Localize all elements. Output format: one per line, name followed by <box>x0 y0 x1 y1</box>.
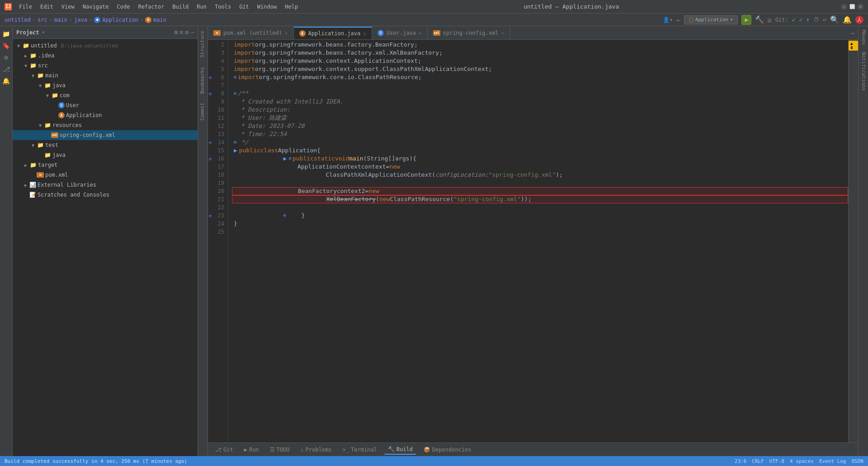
breadcrumb-src[interactable]: src <box>38 17 47 23</box>
cursor-position[interactable]: 23:6 <box>735 458 747 464</box>
tree-resources[interactable]: ▼ 📁 resources <box>13 120 198 130</box>
todo-tab[interactable]: ☰ TODO <box>266 445 293 454</box>
tree-target[interactable]: ▶ 📁 target <box>13 160 198 170</box>
menu-window[interactable]: Window <box>254 3 280 11</box>
tree-user[interactable]: U User <box>13 100 198 110</box>
tab-application-java[interactable]: A Application.java ✕ <box>294 27 372 39</box>
structure-icon[interactable]: ⚙ <box>1 52 12 63</box>
breadcrumb-main[interactable]: main <box>54 17 67 23</box>
close-button[interactable]: ✕ <box>857 4 863 10</box>
back-icon[interactable]: ← <box>676 16 680 24</box>
event-log-link[interactable]: Event Log <box>819 458 846 464</box>
line-ending[interactable]: CRLF <box>752 458 764 464</box>
project-dropdown-icon[interactable]: ▾ <box>42 29 45 35</box>
breadcrumb-main-method[interactable]: main <box>153 17 166 23</box>
git-clock-icon[interactable]: ⏱ <box>813 16 819 23</box>
tree-com[interactable]: ▼ 📁 com <box>13 90 198 100</box>
git-push-icon[interactable]: ↑ <box>806 16 810 23</box>
src-label: src <box>38 62 48 69</box>
menu-refactor[interactable]: Refactor <box>134 3 168 11</box>
breadcrumb-untitled[interactable]: untitled <box>5 17 31 23</box>
maximize-button[interactable]: ⬜ <box>849 4 855 10</box>
menu-code[interactable]: Code <box>113 3 134 11</box>
menu-tools[interactable]: Tools <box>211 3 235 11</box>
line-num-19: 19 <box>208 179 228 187</box>
spring-tab-close[interactable]: ✕ <box>501 30 504 36</box>
warning-badge[interactable]: ▲ 4 <box>849 41 858 51</box>
tab-user-java[interactable]: U User.java ✕ <box>372 27 428 39</box>
run-config-dropdown[interactable]: ⬡ Application ▾ <box>684 15 738 24</box>
code-line-21: XmlBeanFactory(new ClassPathResource("sp… <box>232 195 848 203</box>
tree-scratches[interactable]: 📝 Scratches and Consoles <box>13 190 198 200</box>
menu-git[interactable]: Git <box>236 3 253 11</box>
tree-spring-config[interactable]: xml spring-config.xml <box>13 130 198 140</box>
build-icon[interactable]: 🔨 <box>755 15 764 24</box>
menu-help[interactable]: Help <box>281 3 302 11</box>
project-icon-1[interactable]: ⊞ <box>175 29 178 36</box>
tab-spring-config[interactable]: xml spring-config.xml ✕ <box>428 27 510 39</box>
build-tab[interactable]: 🔨 Build <box>384 445 416 455</box>
bookmarks-icon[interactable]: 🔖 <box>1 40 12 51</box>
status-right: 23:6 CRLF UTF-8 4 spaces Event Log OSDN <box>735 458 863 464</box>
notification-icon[interactable]: 🔔 <box>843 15 852 24</box>
menu-navigate[interactable]: Navigate <box>79 3 113 11</box>
dependencies-tab[interactable]: 📦 Dependencies <box>420 445 475 454</box>
build-tab-icon: 🔨 <box>388 446 395 452</box>
line-num-9: 9 <box>208 98 228 106</box>
search-icon[interactable]: 🔍 <box>830 15 839 24</box>
run-tab[interactable]: ▶ Run <box>241 445 263 454</box>
user-class-icon: U <box>58 102 65 108</box>
menu-edit[interactable]: Edit <box>37 3 57 11</box>
notifications-icon[interactable]: 🔔 <box>1 75 12 86</box>
tree-test[interactable]: ▼ 📁 test <box>13 140 198 150</box>
tree-src[interactable]: ▼ 📁 src <box>13 61 198 71</box>
editor-tab-bar: m pom.xml (untitled) ✕ A Application.jav… <box>208 26 858 40</box>
tree-root[interactable]: ▼ 📁 untitled D:\java-ee\untitled <box>13 41 198 51</box>
run-button[interactable]: ▶ <box>741 15 751 25</box>
project-icon-3[interactable]: ⚙ <box>185 29 189 36</box>
git-tab[interactable]: ⎇ Git <box>212 445 237 454</box>
project-panel: Project ▾ ⊞ ≡ ⚙ — ▼ 📁 untitled D:\java-e… <box>13 26 198 456</box>
tree-java[interactable]: ▼ 📁 java <box>13 80 198 90</box>
breadcrumb-java[interactable]: java <box>74 17 87 23</box>
avatar[interactable]: 人 <box>855 16 863 24</box>
minimize-button[interactable]: — <box>841 4 847 10</box>
tree-pom[interactable]: m pom.xml <box>13 170 198 180</box>
tree-idea[interactable]: ▶ 📁 .idea <box>13 51 198 61</box>
tree-application[interactable]: A Application <box>13 110 198 120</box>
tab-more-button[interactable]: ⋯ <box>847 27 858 39</box>
terminal-tab[interactable]: >_ Terminal <box>339 445 381 454</box>
tree-ext-libs[interactable]: ▶ 📊 External Libraries <box>13 180 198 190</box>
maven-tab[interactable]: Maven <box>859 26 868 48</box>
git-check-icon[interactable]: ✓ <box>792 16 796 23</box>
tree-test-java[interactable]: 📁 java <box>13 150 198 160</box>
app-tab-close[interactable]: ✕ <box>363 31 366 37</box>
project-icon-2[interactable]: ≡ <box>180 29 184 36</box>
menu-run[interactable]: Run <box>193 3 210 11</box>
project-collapse-icon[interactable]: — <box>190 29 194 36</box>
menu-file[interactable]: File <box>15 3 36 11</box>
project-view-icon[interactable]: 📁 <box>1 28 12 39</box>
commit-panel-tab[interactable]: Commit <box>198 98 208 125</box>
breadcrumb-application[interactable]: Application <box>102 17 138 23</box>
vcs-icon[interactable]: 👤▾ <box>663 17 673 23</box>
menu-view[interactable]: View <box>58 3 78 11</box>
user-tab-close[interactable]: ✕ <box>419 30 422 36</box>
menu-build[interactable]: Build <box>169 3 192 11</box>
coverage-icon[interactable]: ☑ <box>768 16 771 24</box>
commit-icon[interactable]: ⎇ <box>1 64 12 75</box>
structure-panel-tab[interactable]: Structure <box>198 26 208 62</box>
notifications-right-tab[interactable]: Notifications <box>859 48 868 94</box>
tab-pom-xml[interactable]: m pom.xml (untitled) ✕ <box>208 27 294 39</box>
file-encoding[interactable]: UTF-8 <box>769 458 784 464</box>
code-line-14: ⊖ */ <box>232 138 848 146</box>
git-revert-icon[interactable]: ↩ <box>823 16 826 23</box>
git-tick-icon[interactable]: ✓ <box>799 16 803 23</box>
bookmarks-panel-tab[interactable]: Bookmarks <box>198 62 208 99</box>
line-num-11: 11 <box>208 114 228 122</box>
tree-main[interactable]: ▼ 📁 main <box>13 71 198 80</box>
indent-info[interactable]: 4 spaces <box>790 458 814 464</box>
code-editor[interactable]: import org.springframework.beans.factory… <box>228 40 848 442</box>
pom-tab-close[interactable]: ✕ <box>285 30 288 36</box>
problems-tab[interactable]: ⚠ Problems <box>297 445 335 454</box>
